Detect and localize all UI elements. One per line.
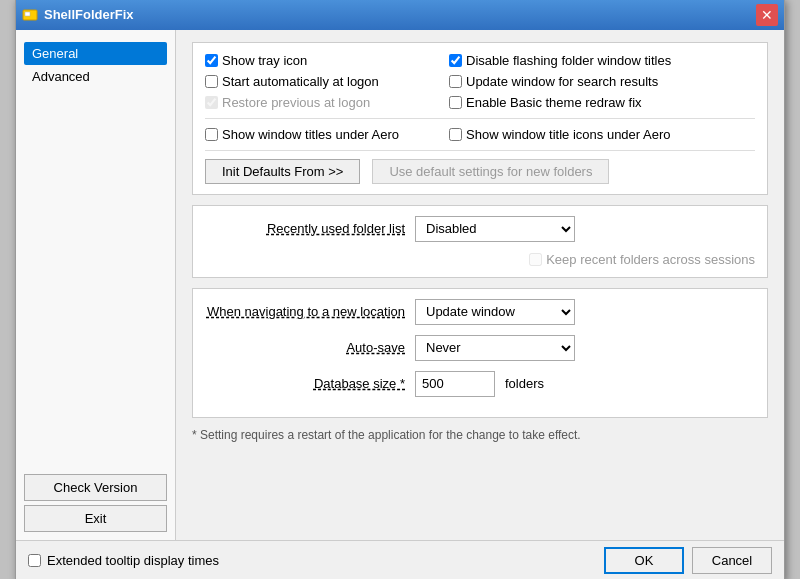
sidebar: General Advanced Check Version Exit [16,30,176,540]
navigation-section: When navigating to a new location Update… [192,288,768,418]
sidebar-item-advanced[interactable]: Advanced [24,65,167,88]
disable-flashing-label: Disable flashing folder window titles [466,53,671,68]
recently-used-row: Recently used folder list Disabled 5 10 … [205,216,755,242]
when-navigating-row: When navigating to a new location Update… [205,299,755,325]
init-defaults-button[interactable]: Init Defaults From >> [205,159,360,184]
restore-previous-item: Restore previous at logon [205,95,425,110]
show-tray-icon-checkbox[interactable] [205,54,218,67]
enable-basic-theme-label: Enable Basic theme redraw fix [466,95,642,110]
footer-note: * Setting requires a restart of the appl… [192,428,768,442]
extended-tooltip-checkbox[interactable] [28,554,41,567]
checkbox-row-3: Restore previous at logon Enable Basic t… [205,95,755,110]
start-auto-checkbox[interactable] [205,75,218,88]
keep-recent-item: Keep recent folders across sessions [529,252,755,267]
database-size-row: Database size * folders [205,371,755,397]
check-version-button[interactable]: Check Version [24,474,167,501]
restore-previous-label: Restore previous at logon [222,95,370,110]
divider-2 [205,150,755,151]
keep-recent-label: Keep recent folders across sessions [546,252,755,267]
extended-tooltip-label: Extended tooltip display times [47,553,219,568]
show-tray-icon-item: Show tray icon [205,53,425,68]
update-window-search-checkbox[interactable] [449,75,462,88]
when-navigating-label: When navigating to a new location [205,304,405,319]
main-content: Show tray icon Disable flashing folder w… [176,30,784,540]
folder-list-section: Recently used folder list Disabled 5 10 … [192,205,768,278]
keep-recent-checkbox[interactable] [529,253,542,266]
when-navigating-select[interactable]: Update window Open new window Do nothing [415,299,575,325]
show-titles-aero-label: Show window titles under Aero [222,127,399,142]
bottom-bar: Extended tooltip display times OK Cancel [16,540,784,580]
disable-flashing-item: Disable flashing folder window titles [449,53,671,68]
use-default-settings-button[interactable]: Use default settings for new folders [372,159,609,184]
show-title-icons-aero-checkbox[interactable] [449,128,462,141]
sidebar-item-general[interactable]: General [24,42,167,65]
bottom-right: OK Cancel [604,547,772,574]
show-titles-aero-item: Show window titles under Aero [205,127,425,142]
svg-rect-1 [25,12,30,16]
auto-save-row: Auto-save Never 1 minute 5 minutes 10 mi… [205,335,755,361]
divider-1 [205,118,755,119]
auto-save-label: Auto-save [205,340,405,355]
restore-previous-checkbox[interactable] [205,96,218,109]
title-bar: ShellFolderFix ✕ [16,0,784,30]
top-section: Show tray icon Disable flashing folder w… [192,42,768,195]
checkbox-row-4: Show window titles under Aero Show windo… [205,127,755,142]
exit-button[interactable]: Exit [24,505,167,532]
checkbox-row-2: Start automatically at logon Update wind… [205,74,755,89]
database-size-input[interactable] [415,371,495,397]
show-tray-icon-label: Show tray icon [222,53,307,68]
update-window-search-label: Update window for search results [466,74,658,89]
bottom-left: Extended tooltip display times [28,553,219,568]
show-title-icons-aero-label: Show window title icons under Aero [466,127,671,142]
window-title: ShellFolderFix [44,7,134,22]
init-defaults-row: Init Defaults From >> Use default settin… [205,159,755,184]
app-icon [22,7,38,23]
checkbox-row-1: Show tray icon Disable flashing folder w… [205,53,755,68]
title-bar-left: ShellFolderFix [22,7,134,23]
recently-used-select[interactable]: Disabled 5 10 20 [415,216,575,242]
disable-flashing-checkbox[interactable] [449,54,462,67]
database-size-suffix: folders [505,376,544,391]
show-titles-aero-checkbox[interactable] [205,128,218,141]
cancel-button[interactable]: Cancel [692,547,772,574]
recently-used-label: Recently used folder list [205,221,405,236]
update-window-search-item: Update window for search results [449,74,669,89]
enable-basic-theme-item: Enable Basic theme redraw fix [449,95,669,110]
database-size-label: Database size * [205,376,405,391]
start-auto-item: Start automatically at logon [205,74,425,89]
enable-basic-theme-checkbox[interactable] [449,96,462,109]
auto-save-select[interactable]: Never 1 minute 5 minutes 10 minutes [415,335,575,361]
close-button[interactable]: ✕ [756,4,778,26]
ok-button[interactable]: OK [604,547,684,574]
start-auto-label: Start automatically at logon [222,74,379,89]
show-title-icons-aero-item: Show window title icons under Aero [449,127,671,142]
app-window: ShellFolderFix ✕ General Advanced Check … [15,0,785,579]
